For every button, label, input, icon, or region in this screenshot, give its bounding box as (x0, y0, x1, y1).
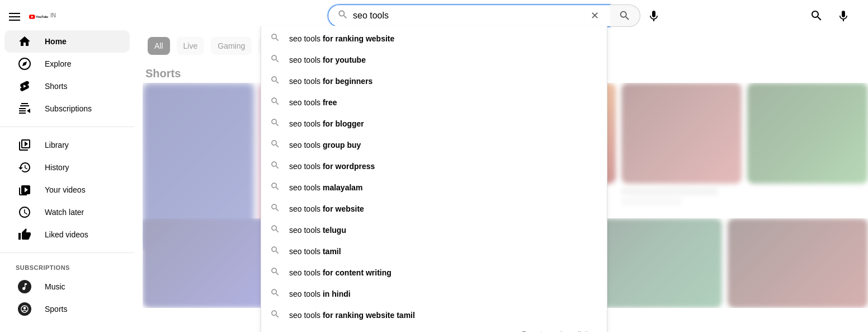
suggestion-12[interactable]: seo tools for content writing (261, 262, 607, 283)
sidebar-item-explore-label: Explore (45, 59, 71, 68)
search-container: ✕ (328, 4, 663, 27)
search-icon-left (337, 9, 348, 22)
suggestion-text-9: seo tools for website (289, 204, 364, 213)
search-box: ✕ (328, 4, 610, 27)
suggestion-search-icon-14 (270, 309, 280, 321)
youtube-logo[interactable]: YouTube IN (29, 10, 56, 24)
shorts-icon (18, 80, 31, 93)
svg-text:YouTube: YouTube (36, 15, 48, 18)
sidebar: YouTube IN Home Explore Shorts (0, 0, 134, 332)
suggestion-6[interactable]: seo tools group buy (261, 134, 607, 156)
suggestion-search-icon-9 (270, 203, 280, 215)
sidebar-item-history-label: History (45, 163, 69, 172)
suggestion-search-icon-5 (270, 118, 280, 130)
sidebar-subscription-music-label: Music (45, 282, 65, 291)
report-search-predictions[interactable]: Report search predictions (261, 326, 607, 332)
topbar-mic-button[interactable] (832, 4, 855, 27)
search-dropdown: seo tools for ranking website seo tools … (261, 26, 607, 332)
suggestion-text-1: seo tools for ranking website (289, 34, 394, 43)
sidebar-item-subscriptions[interactable]: Subscriptions (4, 97, 130, 120)
suggestion-text-7: seo tools for wordpress (289, 162, 375, 171)
sidebar-item-liked-videos[interactable]: Liked videos (4, 223, 130, 246)
sidebar-item-shorts[interactable]: Shorts (4, 75, 130, 97)
sidebar-item-home[interactable]: Home (4, 30, 130, 53)
suggestion-9[interactable]: seo tools for website (261, 198, 607, 219)
suggestion-text-8: seo tools malayalam (289, 183, 363, 192)
suggestion-search-icon-6 (270, 139, 280, 151)
suggestion-text-11: seo tools tamil (289, 247, 341, 256)
search-submit-button[interactable] (610, 4, 640, 27)
suggestion-search-icon-2 (270, 54, 280, 66)
topbar-search-button[interactable] (805, 4, 828, 27)
suggestion-2[interactable]: seo tools for youtube (261, 49, 607, 71)
explore-icon (18, 57, 31, 71)
sidebar-item-explore[interactable]: Explore (4, 53, 130, 75)
sidebar-item-subscriptions-label: Subscriptions (45, 104, 92, 113)
sidebar-item-liked-videos-label: Liked videos (45, 230, 88, 239)
your-videos-icon (18, 183, 31, 197)
sidebar-item-your-videos[interactable]: Your videos (4, 179, 130, 201)
subscriptions-icon (18, 102, 31, 115)
history-icon (18, 161, 31, 174)
mic-button[interactable] (645, 4, 663, 27)
sidebar-item-history[interactable]: History (4, 156, 130, 179)
hamburger-menu[interactable] (9, 13, 20, 21)
suggestion-search-icon-1 (270, 32, 280, 45)
suggestion-search-icon-8 (270, 181, 280, 194)
suggestion-search-icon-10 (270, 224, 280, 236)
search-clear-button[interactable]: ✕ (588, 7, 601, 24)
sidebar-item-library-label: Library (45, 141, 69, 149)
suggestion-5[interactable]: seo tools for blogger (261, 113, 607, 134)
suggestion-4[interactable]: seo tools free (261, 92, 607, 113)
home-icon (18, 35, 31, 48)
youtube-logo-icon: YouTube (29, 10, 48, 24)
sidebar-divider-2 (0, 252, 134, 253)
suggestion-8[interactable]: seo tools malayalam (261, 177, 607, 198)
library-icon (18, 138, 31, 152)
sidebar-subscription-sports[interactable]: Sports (4, 298, 130, 320)
suggestion-text-10: seo tools telugu (289, 226, 346, 235)
sidebar-subscription-sports-label: Sports (45, 305, 67, 314)
suggestion-text-2: seo tools for youtube (289, 55, 366, 64)
suggestion-7[interactable]: seo tools for wordpress (261, 156, 607, 177)
sidebar-subscription-music[interactable]: Music (4, 275, 130, 298)
suggestion-3[interactable]: seo tools for beginners (261, 71, 607, 92)
sidebar-header: YouTube IN (0, 6, 134, 30)
search-input[interactable] (353, 11, 584, 21)
svg-marker-4 (22, 62, 27, 66)
suggestion-search-icon-11 (270, 245, 280, 258)
suggestion-search-icon-4 (270, 96, 280, 109)
suggestion-text-3: seo tools for beginners (289, 77, 372, 86)
subscriptions-section-title: SUBSCRIPTIONS (0, 260, 134, 275)
country-label: IN (50, 12, 56, 18)
suggestion-10[interactable]: seo tools telugu (261, 219, 607, 241)
sidebar-item-watch-later-label: Watch later (45, 208, 84, 217)
sidebar-item-shorts-label: Shorts (45, 82, 67, 91)
suggestion-11[interactable]: seo tools tamil (261, 241, 607, 262)
suggestion-search-icon-12 (270, 266, 280, 279)
sidebar-item-home-label: Home (45, 37, 67, 46)
suggestion-search-icon-7 (270, 160, 280, 172)
suggestion-text-5: seo tools for blogger (289, 119, 364, 128)
suggestion-13[interactable]: seo tools in hindi (261, 283, 607, 305)
suggestion-search-icon-3 (270, 75, 280, 87)
watch-later-icon (18, 205, 31, 219)
suggestion-14[interactable]: seo tools for ranking website tamil (261, 305, 607, 326)
suggestion-search-icon-13 (270, 288, 280, 300)
sidebar-nav: Home Explore Shorts Subscriptions (0, 30, 134, 325)
suggestion-text-4: seo tools free (289, 98, 337, 107)
music-avatar (18, 280, 31, 293)
suggestion-text-12: seo tools for content writing (289, 268, 391, 277)
sports-avatar (18, 302, 31, 316)
sidebar-item-library[interactable]: Library (4, 134, 130, 156)
sidebar-item-your-videos-label: Your videos (45, 185, 86, 194)
suggestion-1[interactable]: seo tools for ranking website (261, 28, 607, 49)
suggestion-text-13: seo tools in hindi (289, 289, 351, 298)
liked-videos-icon (18, 228, 31, 241)
sidebar-divider-1 (0, 127, 134, 127)
suggestion-text-6: seo tools group buy (289, 141, 361, 149)
suggestion-text-14: seo tools for ranking website tamil (289, 311, 415, 320)
sidebar-item-watch-later[interactable]: Watch later (4, 201, 130, 223)
